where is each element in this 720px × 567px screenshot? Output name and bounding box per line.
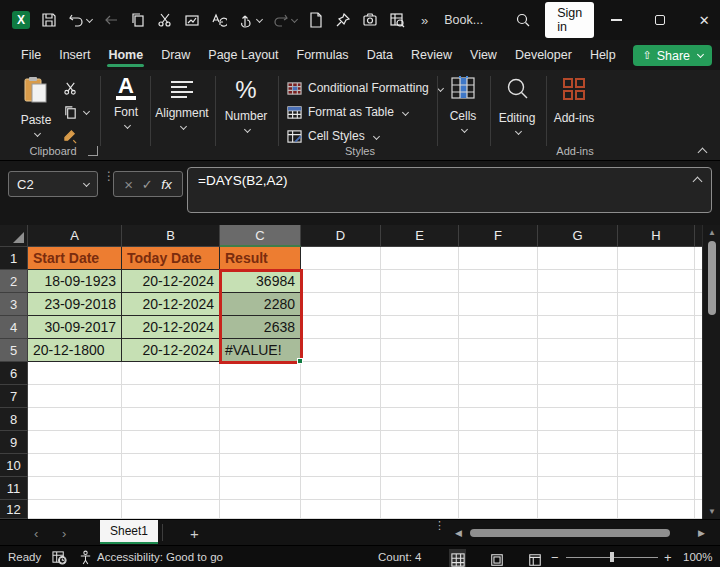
ribbon-tab-file[interactable]: File bbox=[12, 42, 50, 69]
cells-group-button[interactable]: Cells bbox=[440, 76, 486, 132]
enter-icon[interactable]: ✓ bbox=[142, 177, 153, 192]
cell-E2[interactable] bbox=[381, 270, 459, 293]
cell-A7[interactable] bbox=[28, 385, 122, 408]
cancel-icon[interactable]: × bbox=[124, 176, 133, 193]
cell-F1[interactable] bbox=[459, 247, 538, 270]
ribbon-tab-view[interactable]: View bbox=[461, 42, 506, 69]
column-header-F[interactable]: F bbox=[459, 225, 538, 247]
page-break-view-button[interactable] bbox=[526, 549, 543, 567]
hscroll-right-icon[interactable]: ▶ bbox=[698, 520, 705, 546]
cell-G2[interactable] bbox=[538, 270, 618, 293]
cell-B11[interactable] bbox=[122, 477, 220, 500]
cell-G5[interactable] bbox=[538, 339, 618, 362]
cell-G7[interactable] bbox=[538, 385, 618, 408]
conditional-formatting-button[interactable]: Conditional Formatting bbox=[286, 80, 443, 96]
minimize-button[interactable] bbox=[594, 0, 638, 40]
cell-F5[interactable] bbox=[459, 339, 538, 362]
cell-G12[interactable] bbox=[538, 500, 618, 519]
copy-dropdown-chevron[interactable] bbox=[83, 107, 90, 114]
cell-F3[interactable] bbox=[459, 293, 538, 316]
ribbon-tab-review[interactable]: Review bbox=[402, 42, 461, 69]
tabbar-more-handle[interactable]: ⋮ bbox=[434, 522, 442, 529]
ribbon-tab-data[interactable]: Data bbox=[358, 42, 402, 69]
back-arrow-icon[interactable] bbox=[102, 12, 119, 29]
cell-G4[interactable] bbox=[538, 316, 618, 339]
column-header-G[interactable]: G bbox=[538, 225, 618, 247]
cell-D2[interactable] bbox=[301, 270, 381, 293]
cell-E7[interactable] bbox=[381, 385, 459, 408]
cell-H3[interactable] bbox=[618, 293, 695, 316]
copy-icon[interactable] bbox=[129, 12, 146, 29]
ribbon-tab-draw[interactable]: Draw bbox=[152, 42, 199, 69]
cell-C2[interactable]: 36984 bbox=[220, 270, 301, 293]
cell-C7[interactable] bbox=[220, 385, 301, 408]
row-header-2[interactable]: 2 bbox=[0, 270, 28, 293]
cell-D6[interactable] bbox=[301, 362, 381, 385]
macro-record-icon[interactable] bbox=[52, 546, 67, 567]
cell-A10[interactable] bbox=[28, 454, 122, 477]
page-layout-view-button[interactable] bbox=[488, 549, 505, 567]
formula-bar-drag-handle[interactable]: ⋮ bbox=[103, 173, 109, 180]
cell-G8[interactable] bbox=[538, 408, 618, 431]
scroll-up-icon[interactable]: ▲ bbox=[703, 228, 720, 237]
column-header-C[interactable]: C bbox=[220, 225, 301, 247]
cell-E9[interactable] bbox=[381, 431, 459, 454]
row-header-9[interactable]: 9 bbox=[0, 431, 28, 454]
zoom-level[interactable]: 100% bbox=[683, 546, 712, 567]
cell-E6[interactable] bbox=[381, 362, 459, 385]
share-button[interactable]: ⇧ Share bbox=[633, 45, 712, 66]
scroll-down-icon[interactable]: ▼ bbox=[703, 507, 720, 516]
spelling-icon[interactable] bbox=[210, 12, 227, 29]
cell-D1[interactable] bbox=[301, 247, 381, 270]
row-header-3[interactable]: 3 bbox=[0, 293, 28, 316]
cell-G10[interactable] bbox=[538, 454, 618, 477]
prev-sheet-icon[interactable]: ‹ bbox=[34, 520, 38, 546]
select-all-corner[interactable] bbox=[0, 225, 28, 247]
accessibility-icon[interactable] bbox=[78, 546, 93, 567]
cell-B9[interactable] bbox=[122, 431, 220, 454]
ribbon-tab-formulas[interactable]: Formulas bbox=[288, 42, 358, 69]
undo-button[interactable] bbox=[67, 12, 92, 29]
cell-D5[interactable] bbox=[301, 339, 381, 362]
row-header-8[interactable]: 8 bbox=[0, 408, 28, 431]
cell-G1[interactable] bbox=[538, 247, 618, 270]
touch-mode-button[interactable] bbox=[237, 12, 262, 29]
cell-F2[interactable] bbox=[459, 270, 538, 293]
column-header-B[interactable]: B bbox=[122, 225, 220, 247]
fill-handle[interactable] bbox=[297, 358, 303, 364]
cell-D10[interactable] bbox=[301, 454, 381, 477]
cell-H10[interactable] bbox=[618, 454, 695, 477]
cell-C9[interactable] bbox=[220, 431, 301, 454]
column-header-A[interactable]: A bbox=[28, 225, 122, 247]
horizontal-scrollbar-thumb[interactable] bbox=[470, 529, 670, 537]
alignment-group-button[interactable]: Alignment bbox=[152, 76, 212, 129]
cell-A5[interactable]: 20-12-1800 bbox=[28, 339, 122, 362]
clipboard-dialog-launcher[interactable] bbox=[88, 146, 98, 156]
pin-icon[interactable] bbox=[334, 12, 351, 29]
accessibility-status[interactable]: Accessibility: Good to go bbox=[97, 546, 223, 567]
vertical-scrollbar-thumb[interactable] bbox=[708, 241, 716, 315]
cell-H9[interactable] bbox=[618, 431, 695, 454]
sheet-tab-sheet1[interactable]: Sheet1 bbox=[100, 520, 158, 544]
cell-D9[interactable] bbox=[301, 431, 381, 454]
cell-C12[interactable] bbox=[220, 500, 301, 519]
cell-C4[interactable]: 2638 bbox=[220, 316, 301, 339]
cell-H8[interactable] bbox=[618, 408, 695, 431]
sign-in-button[interactable]: Sign in bbox=[545, 2, 594, 38]
cell-H1[interactable] bbox=[618, 247, 695, 270]
cell-A4[interactable]: 30-09-2017 bbox=[28, 316, 122, 339]
cell-C8[interactable] bbox=[220, 408, 301, 431]
cell-H6[interactable] bbox=[618, 362, 695, 385]
cell-B12[interactable] bbox=[122, 500, 220, 519]
cell-A2[interactable]: 18-09-1923 bbox=[28, 270, 122, 293]
cell-E5[interactable] bbox=[381, 339, 459, 362]
zoom-in-button[interactable]: + bbox=[664, 546, 672, 567]
cell-C11[interactable] bbox=[220, 477, 301, 500]
maximize-button[interactable] bbox=[638, 0, 682, 40]
row-header-1[interactable]: 1 bbox=[0, 247, 28, 270]
cell-D3[interactable] bbox=[301, 293, 381, 316]
cell-D11[interactable] bbox=[301, 477, 381, 500]
column-header-E[interactable]: E bbox=[381, 225, 459, 247]
cell-H2[interactable] bbox=[618, 270, 695, 293]
cell-C6[interactable] bbox=[220, 362, 301, 385]
